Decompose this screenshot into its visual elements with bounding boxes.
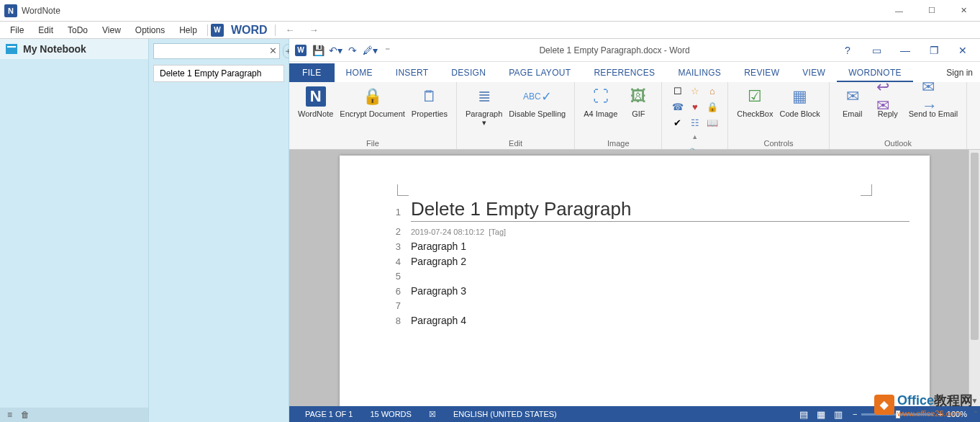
doc-line[interactable]: Paragraph 4: [411, 313, 466, 328]
menu-edit[interactable]: Edit: [31, 24, 60, 37]
word-minimize-button[interactable]: —: [891, 42, 920, 59]
note-list-item[interactable]: Delete 1 Empty Paragraph: [153, 65, 284, 82]
tab-references[interactable]: REFERENCES: [582, 63, 666, 82]
tag-home-icon[interactable]: ⌂: [704, 84, 720, 98]
word-close-button[interactable]: ✕: [948, 42, 977, 59]
watermark-badge-icon: ◆: [874, 395, 894, 415]
status-language[interactable]: ENGLISH (UNITED STATES): [445, 410, 566, 418]
document-page[interactable]: 1Delete 1 Empty Paragraph 22019-07-24 08…: [340, 156, 930, 406]
wordnote-logo-icon: N: [4, 4, 17, 17]
tag-phone-icon[interactable]: ☎: [670, 99, 686, 114]
tag-lock-icon[interactable]: 🔒: [704, 99, 720, 114]
doc-line[interactable]: Paragraph 2: [411, 254, 466, 269]
status-words[interactable]: 15 WORDS: [361, 410, 419, 418]
wordnote-icon: N: [304, 85, 327, 108]
reply-button[interactable]: ↩✉ Reply: [871, 84, 905, 120]
minimize-button[interactable]: —: [883, 0, 915, 22]
doc-line[interactable]: Paragraph 3: [411, 284, 466, 298]
disable-spelling-button[interactable]: ABC✓ Disable Spelling: [506, 84, 568, 128]
codeblock-icon: ▦: [789, 85, 812, 108]
tab-view[interactable]: VIEW: [791, 63, 837, 82]
tag-checkbox-icon[interactable]: ☐: [670, 84, 686, 98]
tab-file[interactable]: FILE: [289, 63, 335, 82]
zoom-out-icon[interactable]: −: [853, 410, 857, 418]
paragraph-button[interactable]: ≣ Paragraph▾: [463, 84, 505, 128]
tab-insert[interactable]: INSERT: [384, 63, 440, 82]
qat-customize-icon[interactable]: 🖉▾: [361, 42, 378, 59]
status-proofing-icon[interactable]: ☒: [420, 410, 445, 419]
qat-more-icon[interactable]: ⁼: [378, 42, 396, 59]
wordnote-button[interactable]: N WordNote: [295, 84, 336, 120]
clear-search-icon[interactable]: ✕: [269, 45, 277, 56]
tag-book-icon[interactable]: 📖: [704, 115, 720, 130]
tab-home[interactable]: HOME: [335, 63, 384, 82]
status-page[interactable]: PAGE 1 OF 1: [296, 410, 361, 418]
menu-help[interactable]: Help: [172, 24, 204, 37]
wordnote-menubar: File Edit ToDo View Options Help W WORD …: [0, 22, 980, 39]
vertical-scrollbar[interactable]: ▲ ▼: [968, 150, 980, 406]
menu-view[interactable]: View: [95, 24, 128, 37]
gif-button[interactable]: 🖼 GIF: [621, 84, 655, 120]
group-label-outlook: Outlook: [884, 138, 912, 149]
tab-design[interactable]: DESIGN: [440, 63, 497, 82]
help-icon[interactable]: ?: [833, 42, 862, 59]
expand-icon[interactable]: ≡: [7, 410, 12, 420]
save-icon[interactable]: 💾: [309, 42, 327, 59]
nav-back-button[interactable]: ←: [278, 23, 302, 37]
line-number: 1: [379, 205, 401, 220]
tab-wordnote[interactable]: WORDNOTE: [837, 63, 913, 82]
checkbox-control-icon: ☑: [743, 85, 766, 108]
menu-options[interactable]: Options: [128, 24, 172, 37]
watermark-url: www.office26.com: [897, 409, 973, 418]
view-print-layout-icon[interactable]: ▦: [812, 409, 830, 420]
search-input[interactable]: [153, 43, 280, 59]
a4-image-button[interactable]: ⛶ A4 Image: [581, 84, 620, 120]
tags-scroll-up-icon[interactable]: ▲: [690, 130, 700, 144]
ribbon-display-icon[interactable]: ▭: [862, 42, 891, 59]
group-label-edit: Edit: [509, 138, 522, 149]
scroll-thumb[interactable]: [971, 153, 979, 340]
wordnote-titlebar: N WordNote — ☐ ✕: [0, 0, 980, 22]
view-read-mode-icon[interactable]: ▤: [795, 409, 812, 420]
ribbon-group-file: N WordNote 🔒 Encrypt Document 🗒 Properti…: [289, 82, 457, 149]
tag-contact-icon[interactable]: ☷: [687, 115, 703, 130]
encrypt-document-button[interactable]: 🔒 Encrypt Document: [337, 84, 407, 120]
checkbox-button[interactable]: ☑ CheckBox: [734, 84, 776, 120]
doc-heading[interactable]: Delete 1 Empty Paragraph: [411, 202, 631, 216]
send-to-email-button[interactable]: ✉→ Send to Email: [906, 84, 961, 120]
line-number: 4: [379, 255, 401, 269]
undo-icon[interactable]: ↶▾: [327, 42, 344, 59]
trash-icon[interactable]: 🗑: [21, 410, 30, 420]
view-web-layout-icon[interactable]: ▥: [830, 409, 847, 420]
menu-file[interactable]: File: [3, 24, 31, 37]
margin-marker-tl: [397, 184, 409, 196]
editor-select-word[interactable]: WORD: [227, 22, 272, 38]
collapse-ribbon-icon[interactable]: ˆ: [974, 410, 977, 421]
nav-forward-button[interactable]: →: [302, 23, 326, 37]
properties-button[interactable]: 🗒 Properties: [409, 84, 450, 120]
tab-review[interactable]: REVIEW: [732, 63, 791, 82]
word-doc-title: Delete 1 Empty Paragraph.docx - Word: [396, 45, 833, 55]
notebook-header[interactable]: My Notebook: [0, 39, 148, 59]
ribbon-group-image: ⛶ A4 Image 🖼 GIF Image: [575, 82, 662, 149]
close-button[interactable]: ✕: [948, 0, 980, 22]
tag-star-icon[interactable]: ☆: [687, 84, 703, 98]
word-restore-button[interactable]: ❐: [920, 42, 948, 59]
email-button[interactable]: ✉ Email: [835, 84, 870, 120]
tag-check-icon[interactable]: ✔: [670, 115, 686, 130]
doc-line[interactable]: Paragraph 1: [411, 239, 466, 253]
tags-grid[interactable]: ☐ ☆ ⌂ ☎ ♥ 🔒 ✔ ☷ 📖: [670, 84, 720, 130]
note-list-panel: ✕ ＋ Delete 1 Empty Paragraph: [149, 39, 289, 422]
tab-page-layout[interactable]: PAGE LAYOUT: [497, 63, 582, 82]
redo-icon[interactable]: ↷: [344, 42, 361, 59]
tag-heart-icon[interactable]: ♥: [687, 99, 703, 114]
lock-icon: 🔒: [361, 85, 384, 108]
codeblock-button[interactable]: ▦ Code Block: [776, 84, 822, 120]
tab-mailings[interactable]: MAILINGS: [666, 63, 732, 82]
maximize-button[interactable]: ☐: [915, 0, 948, 22]
word-app-icon: W: [292, 42, 309, 59]
watermark: ◆ Office教程网 www.office26.com: [874, 392, 973, 418]
signin-link[interactable]: Sign in: [939, 63, 980, 82]
doc-meta[interactable]: 2019-07-24 08:10:12 [Tag]: [411, 225, 506, 239]
menu-todo[interactable]: ToDo: [60, 24, 95, 37]
